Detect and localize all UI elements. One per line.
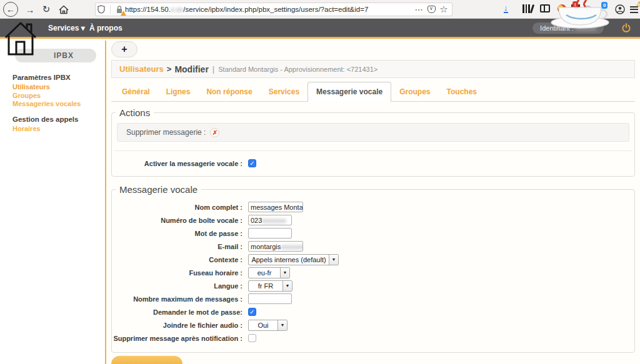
main-content: + Utilisateurs > Modifier | Standard Mon… [108,41,640,364]
breadcrumb-users-link[interactable]: Utilisateurs [119,64,164,74]
field-label: Supprimer message après notification : [112,335,242,342]
demander-le-mot-de-passe-checkbox[interactable]: ✓ [248,308,256,316]
extension-area: ↓ ! ✓ 0 ⚠ [484,0,640,19]
library-icon[interactable] [522,4,534,13]
sidebar-icon[interactable] [540,4,550,12]
tab-lignes[interactable]: Lignes [158,82,199,101]
input-value: messages Montargis [251,204,303,211]
screen: { "browser": { "nav_icons": { "back": "←… [0,0,640,364]
tab-bar: GénéralLignesNon réponseServicesMessager… [111,84,635,102]
chevron-down-icon: ▼ [278,320,287,330]
form-row-fuseau-horaire: Fuseau horaire :eu-fr▼ [112,266,634,279]
tracking-shield-icon[interactable] [96,4,107,15]
delete-voicemail-label: Supprimer messagerie : [126,128,206,137]
add-user-button[interactable]: + [111,41,138,57]
back-icon[interactable]: ← [3,2,18,17]
chevron-down-icon: ▼ [329,255,338,265]
form-row-nom-complet: Nom complet :messages Montargis [112,200,634,214]
form-row-langue: Langue :fr FR▼ [112,279,634,292]
page-actions-icon[interactable]: ⋯ [413,4,424,15]
field-label: E-mail : [112,243,242,250]
url-text: https://154.50.x.xx/service/ipbx/index.p… [125,6,412,13]
field-label: Langue : [112,282,242,290]
gear-extension-icon[interactable] [582,6,592,16]
joindre-le-fichier-audio-select[interactable]: Oui▼ [248,320,288,331]
house-logo-icon[interactable] [4,20,37,57]
tab-messagerie-vocale[interactable]: Messagerie vocale [308,82,391,102]
sidebar-section-gestion-des-appels: Gestion des appels [12,116,101,123]
form-row-num-ro-de-bo-te-vocale: Numéro de boîte vocale :023xxxxxxx [112,214,634,227]
tab-groupes[interactable]: Groupes [391,82,438,101]
fuseau-horaire-select[interactable]: eu-fr▼ [248,267,290,278]
reload-icon[interactable]: ↻ [39,2,54,17]
field-label: Nombre maximum de messages : [112,295,242,303]
redacted-value: xxxxxxxx [281,243,303,250]
form-row-contexte: Contexte :Appels internes (default)▼ [112,253,634,266]
activate-voicemail-row: Activer la messagerie vocale : ✓ [112,159,634,167]
selected-option: eu-fr [249,268,280,278]
tab-non-r-ponse[interactable]: Non réponse [198,82,260,101]
voicemail-legend: Messagerie vocale [116,184,201,195]
identifiant-badge: Identifiant : xxxxxx [532,22,604,34]
services-menu[interactable]: Services ▾ [48,24,85,32]
nombre-maximum-de-messages-input[interactable] [248,293,292,304]
contexte-select[interactable]: Appels internes (default)▼ [248,254,339,265]
breadcrumb-separator: > [167,64,172,74]
browser-toolbar: ← → ↻ https://154.50.x.xx/service/ipbx/i… [0,0,640,19]
download-icon[interactable]: ↓ [504,4,508,13]
field-label: Nom complet : [112,204,242,211]
tab-g-n-ral[interactable]: Général [114,82,158,101]
e-mail-input[interactable]: montargisxxxxxxxx [248,241,303,252]
account-icon[interactable] [615,4,625,14]
count-badge: 0 [601,2,608,9]
num-ro-de-bo-te-vocale-input[interactable]: 023xxxxxxx [248,215,292,225]
form-row-joindre-le-fichier-audio: Joindre le fichier audio :Oui▼ [112,318,634,332]
mot-de-passe-input[interactable] [248,228,292,239]
pocket-glyph: ∨ [428,6,436,13]
activate-voicemail-checkbox[interactable]: ✓ [248,159,256,167]
actions-legend: Actions [116,107,154,118]
breadcrumb: Utilisateurs > Modifier | Standard Monta… [111,60,635,78]
chevron-down-icon: ▼ [280,268,289,278]
field-label: Contexte : [112,256,242,263]
url-bar[interactable]: https://154.50.x.xx/service/ipbx/index.p… [95,2,452,16]
input-value: 023 [251,217,262,224]
redacted-value: xxxxxxx [262,217,286,224]
field-label: Joindre le fichier audio : [112,322,242,329]
langue-select[interactable]: fr FR▼ [248,280,292,292]
sidebar-item-messageries-vocales[interactable]: Messageries vocales [12,100,101,107]
selected-option: Oui [249,320,278,330]
check-badge: ✓ [564,7,572,14]
redacted-identifiant: xxxxxx [576,24,596,32]
pocket-icon[interactable]: ∨ [426,4,437,15]
save-button[interactable] [111,356,182,364]
alert-badge: ! [572,1,578,8]
sidebar-menu: Paramètres IPBXUtilisateursGroupesMessag… [12,66,101,134]
breadcrumb-divider: | [212,64,214,74]
form-row-mot-de-passe: Mot de passe : [112,227,634,240]
delete-voicemail-icon[interactable]: ✗ [210,128,219,137]
tab-touches[interactable]: Touches [439,82,485,101]
redacted-url-segment: x.xx [171,6,183,13]
warning-badge: ⚠ [636,0,640,8]
forward-icon[interactable]: → [22,2,38,17]
logout-power-icon[interactable] [621,23,631,33]
actions-fieldset: Actions Supprimer messagerie : ✗ Activer… [111,107,635,177]
sidebar-section-param-tres-ipbx: Paramètres IPBX [12,74,101,81]
field-label: Fuseau horaire : [112,269,242,277]
lock-warning-icon[interactable] [114,4,125,15]
sidebar-item-utilisateurs[interactable]: Utilisateurs [12,83,101,91]
sidebar-item-horaires[interactable]: Horaires [12,125,101,132]
input-value: montargis [251,243,281,250]
tab-services[interactable]: Services [261,82,308,101]
form-row-e-mail: E-mail :montargisxxxxxxxx [112,240,634,253]
home-icon[interactable] [56,2,71,17]
selected-option: fr FR [249,281,282,291]
sidebar-item-groupes[interactable]: Groupes [12,92,101,99]
supprimer-message-apr-s-notification-checkbox[interactable] [248,334,256,342]
bookmark-star-icon[interactable]: ☆ [438,4,449,15]
about-link[interactable]: À propos [89,24,122,32]
activate-voicemail-label: Activer la messagerie vocale : [112,160,242,167]
sidebar: IPBX Paramètres IPBXUtilisateursGroupesM… [0,41,106,364]
nom-complet-input[interactable]: messages Montargis [248,202,303,212]
